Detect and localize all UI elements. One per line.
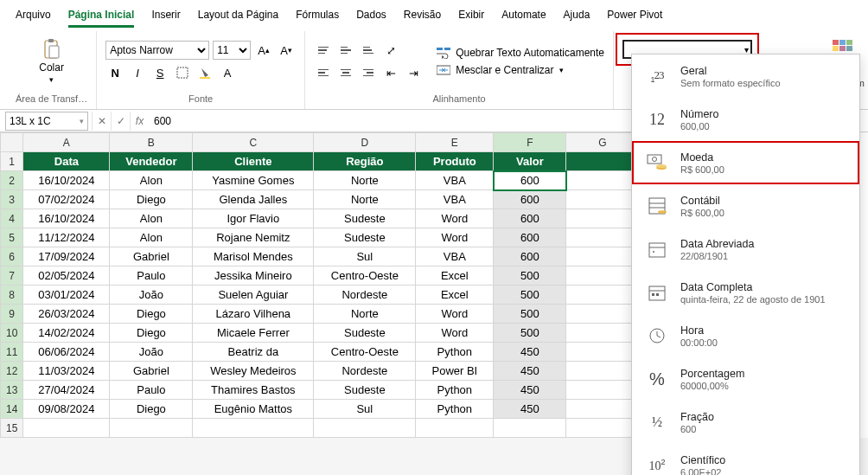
cell-G1[interactable] bbox=[566, 152, 639, 171]
row-header-2[interactable]: 2 bbox=[1, 171, 23, 190]
cell-B11[interactable]: João bbox=[110, 343, 193, 362]
number-format-number[interactable]: 12Número600,00 bbox=[632, 98, 859, 141]
cell-F8[interactable]: 500 bbox=[494, 286, 566, 305]
increase-indent-button[interactable]: ⇥ bbox=[404, 63, 423, 82]
fx-button[interactable]: fx bbox=[130, 112, 149, 131]
cell-A2[interactable]: 16/10/2024 bbox=[23, 171, 110, 190]
cell-F10[interactable]: 500 bbox=[494, 324, 566, 343]
cell-A5[interactable]: 11/12/2024 bbox=[23, 228, 110, 247]
cell-D9[interactable]: Norte bbox=[314, 305, 416, 324]
cell-D13[interactable]: Sudeste bbox=[314, 381, 416, 400]
cell-B1[interactable]: Vendedor bbox=[110, 152, 193, 171]
menu-item-revis-o[interactable]: Revisão bbox=[395, 3, 450, 28]
cell-A1[interactable]: Data bbox=[23, 152, 110, 171]
row-header-8[interactable]: 8 bbox=[1, 286, 23, 305]
italic-button[interactable]: I bbox=[128, 63, 147, 82]
cell-C2[interactable]: Yasmine Gomes bbox=[193, 171, 314, 190]
cell-A12[interactable]: 11/03/2024 bbox=[23, 362, 110, 381]
cell-B5[interactable]: Alon bbox=[110, 228, 193, 247]
cell-G13[interactable] bbox=[566, 381, 639, 400]
menu-item-dados[interactable]: Dados bbox=[348, 3, 395, 28]
menu-item-layout-da-p-gina[interactable]: Layout da Página bbox=[189, 3, 287, 28]
cell-G7[interactable] bbox=[566, 266, 639, 286]
cell-C7[interactable]: Jessika Mineiro bbox=[193, 266, 314, 286]
cell-A11[interactable]: 06/06/2024 bbox=[23, 343, 110, 362]
cell-B10[interactable]: Diego bbox=[110, 324, 193, 343]
cell-A14[interactable]: 09/08/2024 bbox=[23, 400, 110, 419]
number-format-fraction[interactable]: ½Fração600 bbox=[632, 401, 859, 444]
cell-C9[interactable]: Lázaro Vilhena bbox=[193, 305, 314, 324]
menu-item-arquivo[interactable]: Arquivo bbox=[7, 3, 60, 28]
cell-E7[interactable]: Excel bbox=[416, 266, 494, 286]
cell-G12[interactable] bbox=[566, 362, 639, 381]
cell-F14[interactable]: 450 bbox=[494, 400, 566, 419]
cell-F2[interactable]: 600 bbox=[494, 171, 566, 190]
cell-B8[interactable]: João bbox=[110, 286, 193, 305]
cell-D6[interactable]: Sul bbox=[314, 247, 416, 266]
underline-button[interactable]: S bbox=[150, 63, 169, 82]
paste-button[interactable]: Colar ▾ bbox=[35, 35, 67, 87]
cell-A13[interactable]: 27/04/2024 bbox=[23, 381, 110, 400]
cell-F13[interactable]: 450 bbox=[494, 381, 566, 400]
cell-E3[interactable]: VBA bbox=[416, 190, 494, 209]
column-header-E[interactable]: E bbox=[416, 133, 494, 152]
cell-D2[interactable]: Norte bbox=[314, 171, 416, 190]
cell-G5[interactable] bbox=[566, 228, 639, 247]
cell-E6[interactable]: VBA bbox=[416, 247, 494, 266]
row-header-9[interactable]: 9 bbox=[1, 305, 23, 324]
row-header-5[interactable]: 5 bbox=[1, 228, 23, 247]
align-left-button[interactable] bbox=[314, 63, 333, 82]
cell-B15[interactable] bbox=[110, 419, 193, 438]
cell-D11[interactable]: Centro-Oeste bbox=[314, 343, 416, 362]
cell-D8[interactable]: Nordeste bbox=[314, 286, 416, 305]
row-header-7[interactable]: 7 bbox=[1, 266, 23, 286]
number-format-accounting[interactable]: ContábilR$ 600,00 bbox=[632, 184, 859, 228]
cell-F4[interactable]: 600 bbox=[494, 209, 566, 228]
orientation-button[interactable]: ⤢ bbox=[381, 41, 400, 60]
name-box[interactable]: 13L x 1C ▾ bbox=[5, 112, 88, 131]
row-header-15[interactable]: 15 bbox=[1, 419, 23, 438]
cell-F12[interactable]: 450 bbox=[494, 362, 566, 381]
menu-item-p-gina-inicial[interactable]: Página Inicial bbox=[60, 3, 144, 28]
cell-F5[interactable]: 600 bbox=[494, 228, 566, 247]
cell-C13[interactable]: Thamires Bastos bbox=[193, 381, 314, 400]
cell-B2[interactable]: Alon bbox=[110, 171, 193, 190]
cell-C1[interactable]: Cliente bbox=[193, 152, 314, 171]
cell-F9[interactable]: 500 bbox=[494, 305, 566, 324]
cell-A8[interactable]: 03/01/2024 bbox=[23, 286, 110, 305]
cell-D1[interactable]: Região bbox=[314, 152, 416, 171]
cell-D7[interactable]: Centro-Oeste bbox=[314, 266, 416, 286]
cell-E5[interactable]: Word bbox=[416, 228, 494, 247]
number-format-currency[interactable]: MoedaR$ 600,00 bbox=[632, 141, 859, 184]
cell-C5[interactable]: Rojane Nemitz bbox=[193, 228, 314, 247]
cell-A3[interactable]: 07/02/2024 bbox=[23, 190, 110, 209]
column-header-A[interactable]: A bbox=[23, 133, 110, 152]
cell-E11[interactable]: Python bbox=[416, 343, 494, 362]
borders-button[interactable] bbox=[173, 63, 192, 82]
column-header-F[interactable]: F bbox=[494, 133, 566, 152]
cell-E12[interactable]: Power BI bbox=[416, 362, 494, 381]
font-name-select[interactable]: Aptos Narrow bbox=[105, 41, 209, 60]
cell-C12[interactable]: Wesley Medeiros bbox=[193, 362, 314, 381]
cell-G6[interactable] bbox=[566, 247, 639, 266]
cell-G8[interactable] bbox=[566, 286, 639, 305]
column-header-B[interactable]: B bbox=[110, 133, 193, 152]
enter-formula-button[interactable]: ✓ bbox=[111, 112, 130, 131]
cell-D15[interactable] bbox=[314, 419, 416, 438]
cell-F7[interactable]: 500 bbox=[494, 266, 566, 286]
cell-D5[interactable]: Sudeste bbox=[314, 228, 416, 247]
menu-item-f-rmulas[interactable]: Fórmulas bbox=[287, 3, 348, 28]
cell-B12[interactable]: Gabriel bbox=[110, 362, 193, 381]
cell-G9[interactable] bbox=[566, 305, 639, 324]
cell-C3[interactable]: Glenda Jalles bbox=[193, 190, 314, 209]
row-header-10[interactable]: 10 bbox=[1, 324, 23, 343]
increase-font-button[interactable]: A▴ bbox=[254, 41, 273, 60]
decrease-indent-button[interactable]: ⇤ bbox=[381, 63, 400, 82]
row-header-6[interactable]: 6 bbox=[1, 247, 23, 266]
row-header-1[interactable]: 1 bbox=[1, 152, 23, 171]
cell-E15[interactable] bbox=[416, 419, 494, 438]
wrap-text-button[interactable]: Quebrar Texto Automaticamente bbox=[437, 46, 604, 60]
cell-A7[interactable]: 02/05/2024 bbox=[23, 266, 110, 286]
cell-G3[interactable] bbox=[566, 190, 639, 209]
font-color-button[interactable]: A bbox=[218, 63, 237, 82]
